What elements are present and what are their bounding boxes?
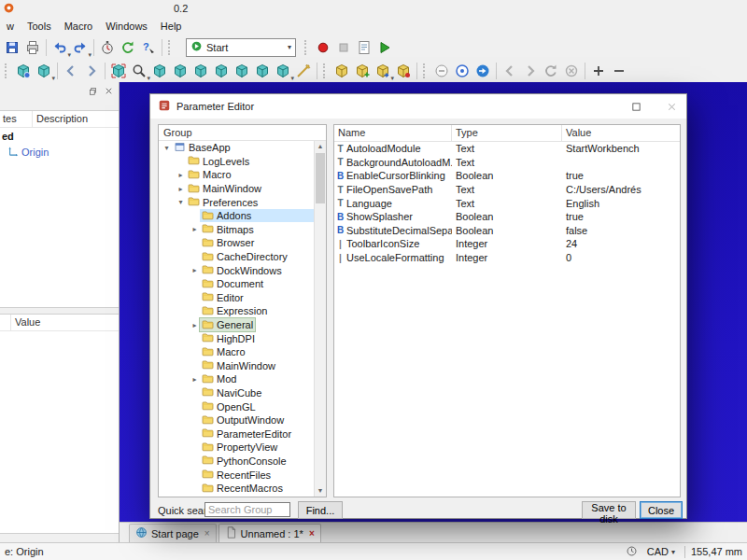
expand-arrow[interactable]: ▸ (176, 185, 186, 193)
tree-group-dockwindows[interactable]: ▸DockWindows (159, 263, 314, 277)
tree-group-propertyview[interactable]: PropertyView (159, 441, 314, 455)
box-edit-icon[interactable] (393, 61, 414, 81)
tree-group-browser[interactable]: Browser (159, 236, 314, 250)
expand-arrow[interactable]: ▸ (190, 375, 200, 384)
parameter-row-autoloadmodule[interactable]: TAutoloadModuleTextStartWorkbench (334, 142, 680, 156)
tree-group-highdpi[interactable]: HighDPI (159, 331, 314, 345)
tree-group-baseapp[interactable]: ▾BaseApp (159, 141, 314, 155)
scroll-down-arrow[interactable]: ▼ (315, 485, 326, 497)
find-button[interactable]: Find... (298, 501, 343, 519)
close-doc-icon[interactable] (561, 61, 582, 81)
tree-group-mainwindow[interactable]: MainWindow (159, 359, 314, 373)
expand-arrow[interactable]: ▾ (162, 144, 172, 152)
toolbar-grip[interactable] (323, 63, 329, 78)
parameter-row-showsplasher[interactable]: BShowSplasherBooleantrue (334, 210, 680, 224)
tree-group-bitmaps[interactable]: ▸Bitmaps (159, 223, 314, 237)
maximize-button[interactable] (621, 94, 651, 119)
zoom-icon[interactable]: ▾ (129, 61, 149, 81)
status-indicator-icon[interactable] (626, 545, 638, 559)
expand-arrow[interactable]: ▸ (190, 266, 200, 274)
link-go-icon[interactable] (472, 61, 493, 81)
zoom-out-icon[interactable] (609, 61, 629, 81)
view-rear-icon[interactable] (211, 61, 232, 81)
box-iso-icon[interactable] (331, 61, 352, 81)
view-front-icon[interactable] (149, 61, 170, 81)
tree-group-recentmacros[interactable]: RecentMacros (159, 482, 314, 496)
tree-group-preferences[interactable]: ▾Preferences (159, 195, 314, 209)
tab-unnamed1[interactable]: Unnamed : 1*× (218, 524, 321, 542)
tree-group-expression[interactable]: Expression (159, 304, 314, 318)
view-axo-icon[interactable]: ▾ (273, 61, 293, 81)
fit-all-icon[interactable] (108, 61, 129, 81)
tree-group-outputwindow[interactable]: OutputWindow (159, 413, 314, 427)
box-new-icon[interactable] (352, 61, 373, 81)
tree-group-loglevels[interactable]: LogLevels (159, 155, 314, 169)
parameter-row-fileopensavepath[interactable]: TFileOpenSavePathTextC:/Users/Andrés (334, 183, 680, 197)
view-right-icon[interactable] (190, 61, 211, 81)
tree-group-mainwindow[interactable]: ▸MainWindow (159, 182, 314, 196)
view-top-icon[interactable] (170, 61, 190, 81)
tree-group-macro[interactable]: ▸Macro (159, 168, 314, 182)
parameter-row-language[interactable]: TLanguageTextEnglish (334, 196, 680, 210)
close-dialog-button[interactable]: Close (640, 501, 683, 519)
parameter-row-toolbariconsize[interactable]: |ToolbarIconSizeInteger24 (334, 237, 680, 251)
quick-search-input[interactable] (204, 502, 290, 517)
expand-arrow[interactable]: ▸ (190, 321, 200, 329)
save-icon[interactable] (2, 37, 22, 58)
toolbar-grip[interactable] (5, 63, 10, 78)
tree-group-navicube[interactable]: NaviCube (159, 386, 314, 400)
tree-group-document[interactable]: Document (159, 277, 314, 291)
zoom-in-icon[interactable] (588, 61, 609, 81)
expand-arrow[interactable]: ▸ (190, 225, 200, 233)
menu-item-tools[interactable]: Tools (21, 17, 58, 35)
history-forward-icon[interactable] (520, 61, 541, 81)
tree-group-addons[interactable]: Addons (159, 209, 314, 223)
menu-item-windows[interactable]: Windows (99, 17, 154, 35)
axo-globe-icon[interactable] (13, 61, 34, 81)
tree-group-general[interactable]: ▸General (159, 318, 314, 332)
print-icon[interactable] (22, 37, 43, 58)
dock-overlay-icon[interactable] (431, 61, 452, 81)
tree-group-macro[interactable]: Macro (159, 345, 314, 359)
column-value[interactable]: Value (562, 125, 680, 141)
menu-item-macro[interactable]: Macro (58, 17, 100, 35)
redo-icon[interactable]: ▾ (70, 37, 91, 58)
column-name[interactable]: Name (334, 125, 452, 141)
menu-item-help[interactable]: Help (154, 17, 189, 35)
undo-icon[interactable]: ▾ (49, 37, 70, 58)
tab-startpage[interactable]: Start page× (129, 524, 217, 542)
stopwatch-icon[interactable] (97, 37, 118, 58)
tree-group-opengl[interactable]: OpenGL (159, 399, 314, 413)
tab-close-icon[interactable]: × (309, 529, 315, 539)
scrollbar-thumb[interactable] (316, 153, 325, 203)
tree-group-pythonconsole[interactable]: PythonConsole (159, 455, 314, 469)
menu-item-w[interactable]: w (0, 17, 21, 35)
nav-back-icon[interactable] (61, 61, 81, 81)
parameter-row-enablecursorblinking[interactable]: BEnableCursorBlinkingBooleantrue (334, 169, 680, 183)
workbench-selector[interactable]: Start▾ (186, 38, 296, 57)
tree-group-editor[interactable]: Editor (159, 291, 314, 305)
navigation-style-button[interactable]: CAD ▾ (643, 545, 679, 558)
tree-group-parametereditor[interactable]: ParameterEditor (159, 427, 314, 441)
history-back-icon[interactable] (500, 61, 520, 81)
close-button[interactable] (656, 94, 686, 119)
toolbar-grip[interactable] (304, 40, 310, 55)
parameter-row-substitutedecimalsepar[interactable]: BSubstituteDecimalSepar...Booleanfalse (334, 224, 680, 238)
toolbar-grip[interactable] (423, 63, 429, 78)
tree-sync-icon[interactable] (541, 61, 561, 81)
tree-group-recentfiles[interactable]: RecentFiles (159, 468, 314, 482)
whatsthis-icon[interactable]: ? (138, 37, 159, 58)
view-left-icon[interactable] (252, 61, 273, 81)
tree-group-cachedirectory[interactable]: CacheDirectory (159, 250, 314, 264)
macro-edit-icon[interactable] (354, 37, 374, 58)
macro-play-icon[interactable] (374, 37, 395, 58)
tree-item-origin[interactable]: Origin (0, 144, 119, 160)
column-type[interactable]: Type (452, 125, 562, 141)
parameter-row-backgroundautoloadm[interactable]: TBackgroundAutoloadM...Text (334, 156, 680, 170)
parameter-row-uselocaleformatting[interactable]: |UseLocaleFormattingInteger0 (334, 251, 680, 265)
link-select-icon[interactable] (452, 61, 472, 81)
view-bottom-icon[interactable] (232, 61, 252, 81)
macro-stop-icon[interactable] (333, 37, 354, 58)
macro-record-icon[interactable] (313, 37, 333, 58)
dock-close-button[interactable] (102, 84, 115, 97)
